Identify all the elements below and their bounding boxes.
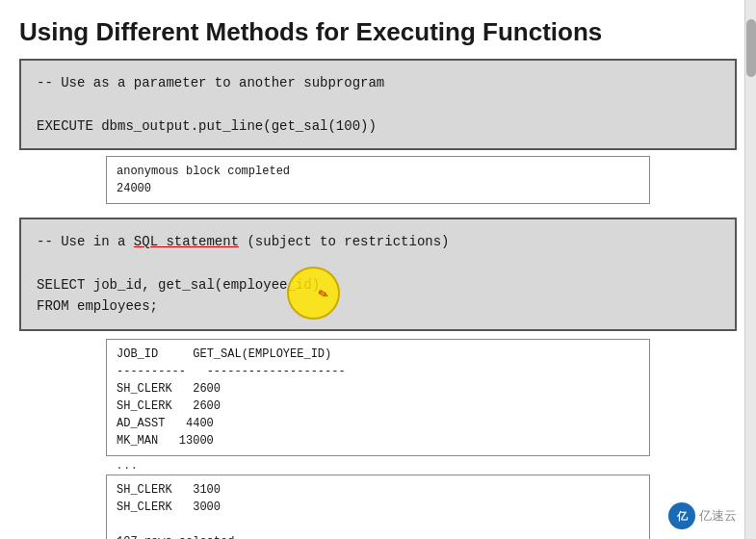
comment-text-before: -- Use in a <box>37 234 134 249</box>
lower-output-line2: SH_CLERK 3000 <box>117 499 639 516</box>
table-row: SH_CLERK 2600 <box>117 380 639 398</box>
sql-statement-link: SQL statement <box>134 234 239 249</box>
col1-header: JOB_ID <box>117 347 158 361</box>
scrollbar[interactable] <box>744 0 756 539</box>
section1-code-block: -- Use as a parameter to another subprog… <box>19 59 737 150</box>
section2-code-line2: FROM employees; <box>37 295 719 317</box>
section2-code-line1: SELECT job_id, get_sal(employee_id) ✎ <box>37 274 719 295</box>
logo: 亿 亿速云 <box>668 502 737 529</box>
dots-separator: ... <box>106 456 737 475</box>
annotation-circle: ✎ <box>287 267 340 320</box>
table-row: AD_ASST 4400 <box>117 415 639 432</box>
section1-comment: -- Use as a parameter to another subprog… <box>37 72 719 93</box>
output-line1: anonymous block completed <box>117 163 639 180</box>
scrollbar-thumb[interactable] <box>746 19 756 77</box>
lower-output-line3 <box>117 516 639 533</box>
section1-output: anonymous block completed 24000 <box>106 156 650 204</box>
section2-lower-output: SH_CLERK 3100 SH_CLERK 3000 107 rows sel… <box>106 475 650 539</box>
logo-icon: 亿 <box>668 502 695 529</box>
table-row: MK_MAN 13000 <box>117 432 639 449</box>
lower-output-line4: 107 rows selected <box>117 533 639 539</box>
section2-code-block: -- Use in a SQL statement (subject to re… <box>19 218 737 331</box>
comment-text-after: (subject to restrictions) <box>239 234 449 249</box>
section1-code: EXECUTE dbms_output.put_line(get_sal(100… <box>37 116 719 137</box>
logo-text: 亿速云 <box>699 507 737 525</box>
col2-header: GET_SAL(EMPLOYEE_ID) <box>193 347 331 361</box>
section2-output-table: JOB_ID GET_SAL(EMPLOYEE_ID) ---------- -… <box>106 339 650 456</box>
section2-comment: -- Use in a SQL statement (subject to re… <box>37 231 719 252</box>
table-row: SH_CLERK 2600 <box>117 398 639 415</box>
output-line2: 24000 <box>117 180 639 197</box>
page-title: Using Different Methods for Executing Fu… <box>0 0 756 59</box>
table-separator: ---------- -------------------- <box>117 363 639 380</box>
table-header-row: JOB_ID GET_SAL(EMPLOYEE_ID) <box>117 346 639 363</box>
lower-output-line1: SH_CLERK 3100 <box>117 481 639 499</box>
